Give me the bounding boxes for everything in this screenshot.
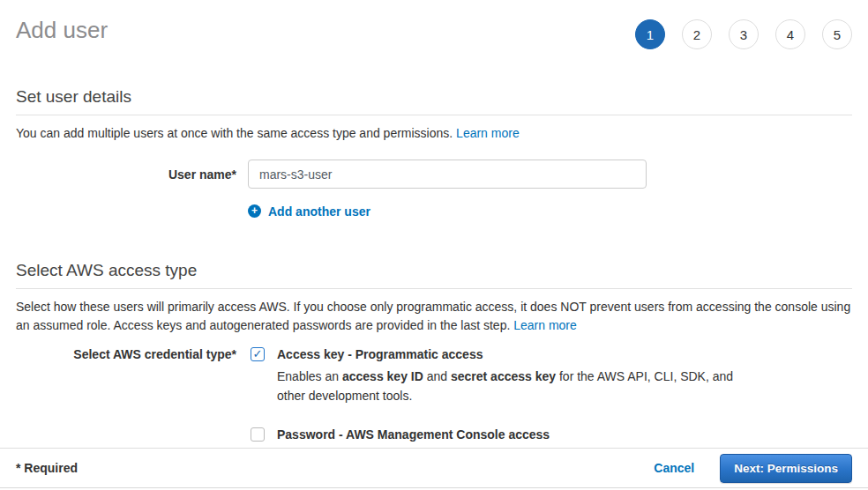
access-type-intro: Select how these users will primarily ac… — [16, 298, 852, 335]
user-name-input[interactable] — [248, 160, 647, 189]
wizard-header: Add user 1 2 3 4 5 — [0, 0, 868, 49]
access-key-option-body: Access key - Programmatic access Enables… — [277, 346, 764, 405]
desc-text-bold: access key ID — [342, 369, 423, 383]
add-user-page: Add user 1 2 3 4 5 Set user details You … — [0, 0, 868, 490]
next-permissions-button[interactable]: Next: Permissions — [720, 454, 852, 483]
wizard-step-indicator: 1 2 3 4 5 — [635, 19, 852, 49]
checkmark-icon: ✓ — [253, 348, 263, 360]
password-checkbox[interactable] — [251, 427, 265, 442]
add-another-user-button[interactable]: + Add another user — [248, 204, 370, 219]
step-indicator-5: 5 — [822, 19, 852, 49]
wizard-footer: * Required Cancel Next: Permissions — [0, 448, 868, 488]
step-indicator-4: 4 — [775, 19, 805, 49]
wizard-content: Set user details You can add multiple us… — [0, 87, 868, 466]
add-another-user-label: Add another user — [268, 204, 370, 219]
user-name-row: User name* — [16, 160, 852, 189]
footer-actions: Cancel Next: Permissions — [654, 454, 852, 483]
credential-type-label: Select AWS credential type* — [16, 347, 236, 361]
desc-text-bold: secret access key — [451, 369, 556, 383]
page-title: Add user — [16, 16, 108, 44]
cancel-button[interactable]: Cancel — [654, 461, 694, 475]
user-details-intro: You can add multiple users at once with … — [16, 124, 852, 143]
required-note: * Required — [16, 461, 78, 475]
access-key-option-description: Enables an access key ID and secret acce… — [277, 367, 764, 405]
access-type-intro-text: Select how these users will primarily ac… — [16, 300, 850, 332]
desc-text: Enables an — [277, 369, 342, 383]
step-indicator-1: 1 — [635, 19, 665, 49]
learn-more-link-user-details[interactable]: Learn more — [456, 126, 520, 140]
access-key-option-title: Access key - Programmatic access — [277, 346, 764, 362]
step-indicator-3: 3 — [729, 19, 759, 49]
add-another-user-row: + Add another user — [248, 202, 852, 219]
plus-circle-icon: + — [248, 204, 261, 218]
password-option-title: Password - AWS Management Console access — [277, 427, 735, 442]
learn-more-link-access-type[interactable]: Learn more — [513, 318, 577, 332]
user-details-intro-text: You can add multiple users at once with … — [16, 126, 456, 140]
step-indicator-2: 2 — [682, 19, 712, 49]
section-heading-user-details: Set user details — [16, 87, 852, 115]
option-access-key: ✓ Access key - Programmatic access Enabl… — [251, 346, 764, 405]
desc-text: and — [423, 369, 451, 383]
section-heading-access-type: Select AWS access type — [16, 261, 852, 289]
access-key-checkbox[interactable]: ✓ — [251, 347, 265, 361]
user-name-label: User name* — [16, 167, 236, 182]
